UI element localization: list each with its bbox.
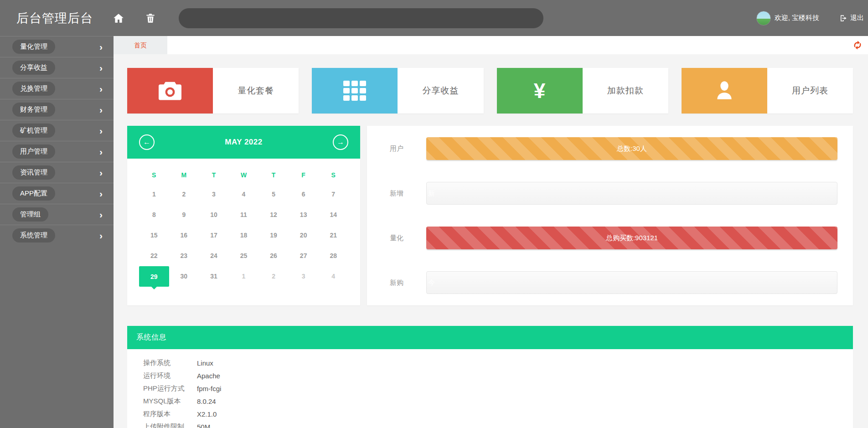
calendar-day[interactable]: 3 — [199, 184, 229, 205]
calendar-day[interactable]: 1 — [139, 184, 169, 205]
chevron-right-icon: › — [99, 42, 103, 52]
system-info-label: 操作系统 — [143, 359, 197, 367]
calendar-day[interactable]: 21 — [318, 225, 348, 246]
calendar-day[interactable]: 11 — [229, 205, 259, 225]
tab-home[interactable]: 首页 — [114, 36, 167, 54]
stat-card[interactable]: 量化套餐 — [127, 68, 299, 113]
user-icon-tile — [682, 68, 767, 113]
calendar-day[interactable]: 2 — [258, 266, 289, 287]
calendar-day[interactable]: 19 — [258, 225, 289, 246]
system-info-label: PHP运行方式 — [143, 384, 197, 393]
sidebar-item[interactable]: 系统管理› — [0, 225, 114, 246]
system-info-value: 8.0.24 — [197, 397, 216, 405]
calendar-day[interactable]: 25 — [229, 246, 259, 266]
calendar-day[interactable]: 2 — [169, 184, 199, 205]
top-header: 后台管理后台 欢迎, 宝楼科技 退出 — [0, 0, 868, 36]
calendar-day[interactable]: 4 — [229, 184, 259, 205]
stat-row: 用户总数:30人 — [367, 137, 837, 160]
calendar-day[interactable]: 31 — [199, 266, 229, 287]
stat-card[interactable]: 用户列表 — [682, 68, 853, 113]
chevron-right-icon: › — [99, 168, 103, 177]
chevron-right-icon: › — [99, 105, 103, 114]
sidebar-item[interactable]: 分享收益› — [0, 57, 114, 78]
chevron-right-icon: › — [99, 147, 103, 156]
stat-cards-row: 量化套餐分享收益¥加款扣款用户列表 — [127, 68, 853, 113]
progress-bar-text: 总数:30人 — [617, 144, 647, 153]
calendar-day[interactable]: 15 — [139, 225, 169, 246]
stat-card-label: 加款扣款 — [607, 85, 644, 97]
camera-icon-tile — [127, 68, 213, 113]
chevron-right-icon: › — [99, 63, 103, 72]
chevron-right-icon: › — [99, 84, 103, 93]
progress-bar-text: 总购买数:903121 — [606, 234, 658, 242]
chevron-right-icon: › — [99, 189, 103, 198]
calendar-day[interactable]: 26 — [258, 246, 289, 266]
sidebar-item[interactable]: 财务管理› — [0, 99, 114, 120]
calendar-day-name: S — [318, 171, 348, 179]
calendar-day[interactable]: 16 — [169, 225, 199, 246]
calendar-day[interactable]: 7 — [318, 184, 348, 205]
calendar-day[interactable]: 8 — [139, 205, 169, 225]
stat-row-label: 新购 — [367, 278, 426, 287]
calendar-day[interactable]: 27 — [289, 246, 319, 266]
stat-card[interactable]: 分享收益 — [312, 68, 483, 113]
search-input[interactable] — [179, 8, 543, 28]
sidebar-item[interactable]: 矿机管理› — [0, 120, 114, 141]
sidebar-item-label: 分享收益 — [12, 61, 55, 75]
stat-card-label: 用户列表 — [792, 85, 828, 97]
calendar-day[interactable]: 28 — [318, 246, 348, 266]
sidebar-item[interactable]: APP配置› — [0, 183, 114, 204]
calendar-day[interactable]: 24 — [199, 246, 229, 266]
yen-icon-tile: ¥ — [497, 68, 583, 113]
calendar-day[interactable]: 14 — [318, 205, 348, 225]
system-info-row: 程序版本X2.1.0 — [127, 407, 853, 420]
sidebar-item[interactable]: 兑换管理› — [0, 78, 114, 99]
sidebar-item[interactable]: 量化管理› — [0, 36, 114, 57]
app-title: 后台管理后台 — [16, 10, 93, 26]
calendar-day[interactable]: 20 — [289, 225, 319, 246]
calendar-day[interactable]: 1 — [229, 266, 259, 287]
calendar-prev-icon[interactable]: ← — [139, 134, 155, 150]
calendar-day[interactable]: 4 — [318, 266, 348, 287]
calendar-day[interactable]: 3 — [289, 266, 319, 287]
avatar[interactable] — [756, 11, 771, 26]
grid-icon — [343, 81, 366, 101]
chevron-right-icon: › — [99, 126, 103, 135]
system-info-body: 操作系统Linux运行环境ApachePHP运行方式fpm-fcgiMYSQL版… — [127, 349, 853, 428]
calendar-day[interactable]: 9 — [169, 205, 199, 225]
calendar-day[interactable]: 13 — [289, 205, 319, 225]
calendar-day[interactable]: 5 — [258, 184, 289, 205]
system-info-row: 上传附件限制50M — [127, 420, 853, 428]
system-info-label: MYSQL版本 — [143, 397, 197, 406]
calendar-day[interactable]: 29 — [139, 266, 169, 287]
sidebar-item[interactable]: 管理组› — [0, 204, 114, 225]
system-info-row: MYSQL版本8.0.24 — [127, 395, 853, 407]
user-icon — [711, 79, 738, 102]
calendar-day[interactable]: 23 — [169, 246, 199, 266]
calendar-next-icon[interactable]: → — [333, 134, 348, 150]
logout-button[interactable]: 退出 — [839, 14, 864, 22]
sidebar-item[interactable]: 资讯管理› — [0, 162, 114, 183]
trash-icon[interactable] — [144, 12, 157, 25]
sidebar-item-label: 量化管理 — [12, 40, 55, 54]
middle-row: ← MAY 2022 → SMTWTFS 1234567891011121314… — [127, 126, 853, 305]
system-info-row: 操作系统Linux — [127, 356, 853, 369]
refresh-icon[interactable] — [852, 40, 863, 50]
system-info-label: 运行环境 — [143, 371, 197, 380]
progress-track-empty: 今 — [426, 271, 837, 294]
calendar-day[interactable]: 22 — [139, 246, 169, 266]
calendar-day[interactable]: 17 — [199, 225, 229, 246]
sidebar-item[interactable]: 用户管理› — [0, 141, 114, 162]
stat-row: 新增新 — [367, 182, 837, 205]
calendar-day[interactable]: 18 — [229, 225, 259, 246]
page-content: 量化套餐分享收益¥加款扣款用户列表 ← MAY 2022 → SMTWTFS 1… — [114, 54, 868, 428]
calendar-day[interactable]: 30 — [169, 266, 199, 287]
calendar-day[interactable]: 12 — [258, 205, 289, 225]
welcome-text: 欢迎, 宝楼科技 — [775, 14, 819, 22]
progress-track: 总数:30人 — [426, 137, 837, 160]
calendar-day[interactable]: 6 — [289, 184, 319, 205]
calendar-day[interactable]: 10 — [199, 205, 229, 225]
system-info-panel: 系统信息 操作系统Linux运行环境ApachePHP运行方式fpm-fcgiM… — [127, 326, 853, 428]
stat-card[interactable]: ¥加款扣款 — [497, 68, 668, 113]
home-icon[interactable] — [112, 12, 125, 25]
